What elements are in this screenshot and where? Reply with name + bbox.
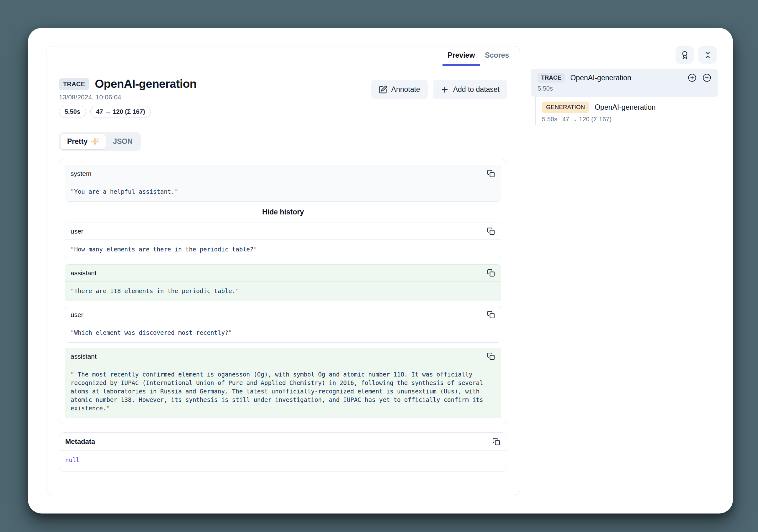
trace-stats: 5.50s 47 → 120 (Σ 167) [59, 106, 371, 118]
metadata-value: null [59, 451, 507, 472]
collapse-all-icon[interactable] [703, 73, 711, 82]
copy-icon [487, 311, 495, 318]
message-user: user "How many elements are there in the… [65, 222, 501, 259]
copy-button[interactable] [486, 169, 496, 178]
copy-button[interactable] [486, 227, 496, 236]
copy-icon [487, 170, 495, 178]
copy-icon [487, 269, 495, 277]
message-role: assistant [71, 353, 97, 360]
messages-card: system "You are a helpful assistant." Hi… [59, 159, 507, 424]
trace-type-badge: TRACE [59, 78, 89, 90]
metadata-title: Metadata [65, 438, 95, 446]
plus-icon [440, 85, 449, 94]
trace-preview-panel: Preview Scores TRACE OpenAI-generation 1… [46, 46, 520, 495]
message-role: user [71, 311, 84, 318]
square-pen-icon [379, 85, 387, 94]
add-to-dataset-button[interactable]: Add to dataset [433, 80, 507, 99]
copy-button[interactable] [486, 268, 496, 278]
collapse-tree-button[interactable] [699, 46, 717, 64]
chevrons-down-up-icon [704, 51, 712, 59]
generation-node-tokens: 47 → 120 (Σ 167) [562, 116, 611, 123]
expand-all-icon[interactable] [688, 73, 697, 82]
hide-history-button[interactable]: Hide history [262, 208, 304, 216]
message-content: "There are 118 elements in the periodic … [65, 282, 501, 301]
panel-body: TRACE OpenAI-generation 13/08/2024, 10:0… [47, 66, 520, 472]
copy-icon [492, 438, 500, 446]
tree-children: GENERATION OpenAI-generation 5.50s 47 → … [535, 97, 718, 125]
trace-node-badge: TRACE [537, 73, 565, 83]
json-label: JSON [113, 137, 133, 146]
award-icon [680, 51, 689, 59]
message-content: "Which element was discovered most recen… [65, 323, 501, 342]
message-content: "You are a helpful assistant." [65, 182, 501, 201]
generation-node-badge: GENERATION [542, 102, 589, 113]
app-window: Preview Scores TRACE OpenAI-generation 1… [28, 28, 733, 514]
message-role: assistant [71, 269, 97, 277]
format-toggle-json[interactable]: JSON [106, 134, 139, 149]
copy-button[interactable] [492, 437, 501, 446]
copy-icon [487, 352, 495, 360]
add-to-dataset-label: Add to dataset [453, 85, 500, 94]
tab-scores[interactable]: Scores [480, 47, 514, 66]
tree-node-generation[interactable]: GENERATION OpenAI-generation 5.50s 47 → … [542, 102, 718, 123]
trace-actions: Annotate Add to dataset [371, 80, 507, 99]
panel-tab-bar: Preview Scores [47, 47, 520, 66]
page-title: OpenAI-generation [95, 78, 197, 91]
message-user: user "Which element was discovered most … [65, 306, 501, 343]
trace-timestamp: 13/08/2024, 10:06:04 [59, 93, 371, 101]
message-system: system "You are a helpful assistant." [65, 165, 501, 202]
sidebar-toolbar [531, 46, 718, 64]
latency-badge: 5.50s [59, 106, 86, 118]
message-assistant: assistant "There are 118 elements in the… [65, 264, 501, 301]
tab-preview[interactable]: Preview [442, 47, 480, 66]
trace-node-title: OpenAI-generation [570, 74, 631, 82]
generation-node-latency: 5.50s [542, 116, 557, 123]
message-role: system [71, 170, 91, 178]
trace-header: TRACE OpenAI-generation 13/08/2024, 10:0… [59, 78, 507, 118]
message-assistant: assistant " The most recently confirmed … [65, 348, 501, 418]
annotate-button[interactable]: Annotate [371, 80, 428, 99]
copy-icon [487, 227, 495, 235]
scores-award-button[interactable] [675, 46, 694, 64]
copy-button[interactable] [486, 310, 496, 319]
trace-header-left: TRACE OpenAI-generation 13/08/2024, 10:0… [59, 78, 371, 118]
message-role: user [71, 228, 84, 235]
generation-node-title: OpenAI-generation [595, 103, 655, 112]
pretty-label: Pretty [67, 137, 87, 146]
sparkles-icon [91, 137, 99, 146]
message-content: " The most recently confirmed element is… [65, 365, 501, 418]
trace-node-latency: 5.50s [537, 85, 553, 92]
format-toggle: Pretty JSON [59, 132, 141, 151]
metadata-card: Metadata null [59, 432, 507, 472]
token-usage-badge: 47 → 120 (Σ 167) [90, 106, 151, 118]
annotate-label: Annotate [392, 85, 420, 94]
format-toggle-pretty[interactable]: Pretty [60, 134, 106, 149]
tree-node-trace[interactable]: TRACE OpenAI-generation 5.50s [531, 69, 718, 97]
copy-button[interactable] [486, 352, 496, 361]
message-content: "How many elements are there in the peri… [65, 240, 501, 259]
trace-tree-sidebar: TRACE OpenAI-generation 5.50s GENERATI [531, 46, 718, 125]
